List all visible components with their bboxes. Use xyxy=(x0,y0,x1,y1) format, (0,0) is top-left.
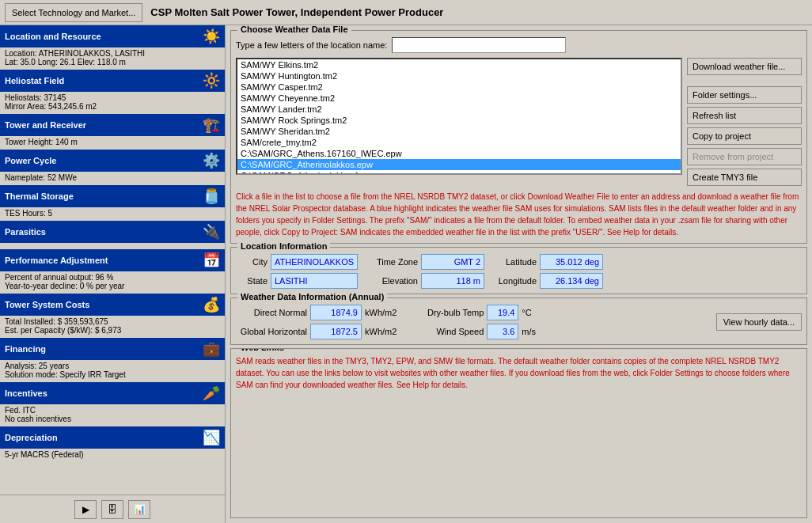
incentives-line2: No cash incentives xyxy=(5,415,220,423)
city-value: ATHERINOLAKKOS xyxy=(271,254,358,270)
sidebar-item-parasitics[interactable]: Parasitics 🔌 xyxy=(0,221,225,249)
sidebar-item-tower-receiver[interactable]: Tower and Receiver 🏗️ Tower Height: 140 … xyxy=(0,114,225,150)
list-item[interactable]: SAM/WY Rock Springs.tm2 xyxy=(237,115,681,126)
sidebar-item-location-resource[interactable]: Location and Resource ☀️ Location: ATHER… xyxy=(0,25,225,70)
nav-chart-button[interactable]: 📊 xyxy=(128,500,150,519)
elevation-value: 118 m xyxy=(421,273,484,289)
folder-settings-button[interactable]: Folder settings... xyxy=(687,86,802,104)
weather-annual-section: Weather Data Information (Annual) Direct… xyxy=(230,298,807,345)
sidebar-item-thermal-storage[interactable]: Thermal Storage 🫙 TES Hours: 5 xyxy=(0,185,225,221)
list-item[interactable]: SAM/WY Cheyenne.tm2 xyxy=(237,93,681,104)
latitude-value: 35.012 deg xyxy=(540,254,603,270)
list-item[interactable]: C:\SAM/GRC_Atherinolakkos1.epw xyxy=(237,170,681,175)
view-hourly-button[interactable]: View hourly data... xyxy=(716,313,802,331)
list-item-selected[interactable]: C:\SAM/GRC_Atherinolakkos.epw xyxy=(237,159,681,170)
download-weather-button[interactable]: Download weather file... xyxy=(687,58,802,75)
location-section-title: Location Information xyxy=(237,241,330,251)
annual-section-title: Weather Data Information (Annual) xyxy=(237,292,387,301)
global-horiz-value: 1872.5 xyxy=(310,324,362,339)
sidebar-section-label: Location and Resource xyxy=(5,32,101,41)
create-tmy3-button[interactable]: Create TMY3 file xyxy=(687,169,802,186)
financing-line1: Analysis: 25 years xyxy=(5,362,220,370)
thermal-line1: TES Hours: 5 xyxy=(5,209,220,218)
copy-to-project-button[interactable]: Copy to project xyxy=(687,127,802,145)
power-cycle-line1: Nameplate: 52 MWe xyxy=(5,173,220,182)
list-item[interactable]: SAM/crete_tmy.tm2 xyxy=(237,137,681,148)
direct-normal-unit: kWh/m2 xyxy=(365,308,397,317)
sidebar-item-heliostat-field[interactable]: Heliostat Field 🔆 Heliostats: 37145 Mirr… xyxy=(0,70,225,114)
timezone-label: Time Zone xyxy=(370,257,418,267)
city-label: City xyxy=(236,257,268,267)
list-item[interactable]: SAM/WY Huntington.tm2 xyxy=(237,70,681,81)
sidebar-item-financing[interactable]: Financing 💼 Analysis: 25 years Solution … xyxy=(0,338,225,382)
remove-from-project-button[interactable]: Remove from project xyxy=(687,148,802,165)
financing-line2: Solution mode: Specify IRR Target xyxy=(5,370,220,379)
wind-value: 3.6 xyxy=(487,324,518,339)
timezone-value: GMT 2 xyxy=(421,254,484,270)
sidebar-section-header[interactable]: Parasitics 🔌 xyxy=(0,221,225,243)
parasitics-icon: 🔌 xyxy=(203,223,220,241)
calendar-icon: 📅 xyxy=(203,252,220,269)
global-horiz-unit: kWh/m2 xyxy=(365,327,397,336)
drybulb-value: 19.4 xyxy=(487,305,518,320)
perf-line1: Percent of annual output: 96 % xyxy=(5,273,220,282)
costs-line1: Total Installed: $ 359,593,675 xyxy=(5,317,220,326)
top-bar: Select Technology and Market... CSP Molt… xyxy=(0,0,812,25)
sidebar-section-header[interactable]: Location and Resource ☀️ xyxy=(0,25,225,47)
weather-section-title: Choose Weather Data File xyxy=(237,25,351,34)
global-horiz-label: Global Horizontal xyxy=(236,327,307,336)
weather-data-section: Choose Weather Data File Type a few lett… xyxy=(230,30,807,244)
tower-icon: 🏗️ xyxy=(203,116,220,134)
sidebar-item-performance-adjustment[interactable]: Performance Adjustment 📅 Percent of annu… xyxy=(0,249,225,294)
perf-line2: Year-to-year decline: 0 % per year xyxy=(5,282,220,290)
depreciation-icon: 📉 xyxy=(203,429,220,446)
refresh-list-button[interactable]: Refresh list xyxy=(687,107,802,124)
sidebar-section-header[interactable]: Incentives 🥕 xyxy=(0,382,225,404)
right-panel: Choose Weather Data File Type a few lett… xyxy=(226,25,812,523)
sidebar-section-header[interactable]: Tower and Receiver 🏗️ xyxy=(0,114,225,136)
costs-line2: Est. per Capacity ($/kW): $ 6,973 xyxy=(5,326,220,335)
list-item[interactable]: SAM/WY Sheridan.tm2 xyxy=(237,126,681,137)
wind-label: Wind Speed xyxy=(420,327,484,336)
direct-normal-label: Direct Normal xyxy=(236,308,307,317)
weblinks-section: Web Links SAM reads weather files in the… xyxy=(230,348,807,518)
select-tech-button[interactable]: Select Technology and Market... xyxy=(5,3,142,22)
nav-db-button[interactable]: 🗄 xyxy=(101,500,123,519)
state-label: State xyxy=(236,276,268,286)
solar-panel-icon: 🔆 xyxy=(203,72,220,89)
weblinks-text: SAM reads weather files in the TMY3, TMY… xyxy=(236,355,802,391)
weather-file-list[interactable]: SAM/WY Elkins.tm2 SAM/WY Huntington.tm2 … xyxy=(236,58,682,175)
drybulb-unit: °C xyxy=(522,308,531,317)
search-label: Type a few letters of the location name: xyxy=(236,40,387,50)
list-item[interactable]: SAM/WY Lander.tm2 xyxy=(237,104,681,115)
sidebar-section-header[interactable]: Performance Adjustment 📅 xyxy=(0,249,225,271)
sidebar-section-header[interactable]: Power Cycle ⚙️ xyxy=(0,150,225,172)
sidebar-section-label: Depreciation xyxy=(5,433,58,442)
depreciation-line1: 5-yr MACRS (Federal) xyxy=(5,450,220,459)
sidebar: Location and Resource ☀️ Location: ATHER… xyxy=(0,25,226,523)
sidebar-section-label: Parasitics xyxy=(5,227,46,237)
power-cycle-icon: ⚙️ xyxy=(203,152,220,169)
longitude-value: 26.134 deg xyxy=(540,273,603,289)
sidebar-section-header[interactable]: Thermal Storage 🫙 xyxy=(0,185,225,207)
sidebar-item-tower-system-costs[interactable]: Tower System Costs 💰 Total Installed: $ … xyxy=(0,294,225,338)
tower-line1: Tower Height: 140 m xyxy=(5,138,220,146)
drybulb-label: Dry-bulb Temp xyxy=(420,308,484,317)
weather-info-text: Click a file in the list to choose a fil… xyxy=(236,191,802,238)
nav-back-button[interactable]: ▶ xyxy=(74,500,97,519)
sidebar-section-header[interactable]: Heliostat Field 🔆 xyxy=(0,70,225,92)
list-item[interactable]: SAM/WY Elkins.tm2 xyxy=(237,59,681,70)
heliostat-line2: Mirror Area: 543,245.6 m2 xyxy=(5,102,220,111)
search-input[interactable] xyxy=(392,37,566,53)
sidebar-section-header[interactable]: Depreciation 📉 xyxy=(0,426,225,449)
sidebar-section-label: Financing xyxy=(5,344,46,354)
sidebar-section-header[interactable]: Tower System Costs 💰 xyxy=(0,294,225,316)
list-item[interactable]: C:\SAM/GRC_Athens.167160_IWEC.epw xyxy=(237,148,681,159)
sidebar-item-depreciation[interactable]: Depreciation 📉 5-yr MACRS (Federal) xyxy=(0,426,225,462)
sidebar-section-label: Heliostat Field xyxy=(5,76,64,85)
storage-icon: 🫙 xyxy=(203,188,220,205)
sidebar-item-power-cycle[interactable]: Power Cycle ⚙️ Nameplate: 52 MWe xyxy=(0,150,225,185)
list-item[interactable]: SAM/WY Casper.tm2 xyxy=(237,81,681,93)
sidebar-item-incentives[interactable]: Incentives 🥕 Fed. ITC No cash incentives xyxy=(0,382,225,426)
sidebar-section-header[interactable]: Financing 💼 xyxy=(0,338,225,360)
